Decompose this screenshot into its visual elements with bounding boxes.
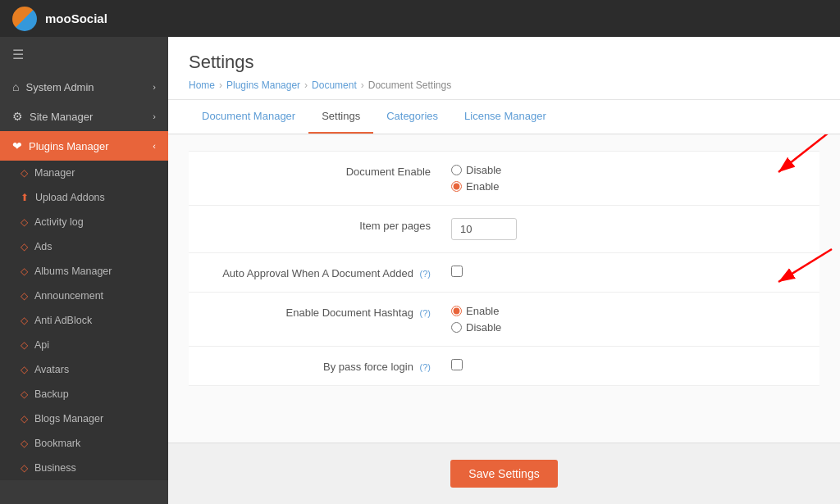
chevron-left-icon: ‹ <box>153 141 156 151</box>
help-icon-auto-approval[interactable]: (?) <box>420 269 431 279</box>
sidebar-sub-label-avatars: Avatars <box>34 364 69 375</box>
sidebar-sub-label-business: Business <box>34 462 76 474</box>
upload-icon: ⬆ <box>21 192 29 203</box>
sidebar-sub-label-announcement: Announcement <box>34 290 103 302</box>
radio-hashtag-enable[interactable]: Enable <box>451 305 819 317</box>
sidebar-sub-item-ads[interactable]: ◇ Ads <box>0 234 168 259</box>
sidebar-sub-item-avatars[interactable]: ◇ Avatars <box>0 357 168 382</box>
menu-toggle[interactable]: ☰ <box>0 37 168 72</box>
setting-label-enable-document-hashtag: Enable Document Hashtag (?) <box>189 305 451 319</box>
main-header: Settings Home › Plugins Manager › Docume… <box>168 37 840 100</box>
sidebar-sub-item-blogs-manager[interactable]: ◇ Blogs Manager <box>0 406 168 431</box>
save-area: Save Settings <box>168 443 840 504</box>
diamond-icon-3: ◇ <box>21 241 28 252</box>
sidebar-sub-label-api: Api <box>34 339 49 351</box>
logo-icon <box>12 7 37 31</box>
sidebar-sub-label-bookmark: Bookmark <box>34 438 80 449</box>
sidebar-sub-item-bookmark[interactable]: ◇ Bookmark <box>0 431 168 456</box>
help-icon-hashtag[interactable]: (?) <box>420 308 431 318</box>
heart-icon: ❤ <box>12 139 22 152</box>
breadcrumb-current: Document Settings <box>368 79 451 91</box>
breadcrumb-plugins-manager[interactable]: Plugins Manager <box>226 79 300 91</box>
sidebar-sub-label-activity-log: Activity log <box>34 216 84 228</box>
sidebar-sub-item-albums-manager[interactable]: ◇ Albums Manager <box>0 259 168 284</box>
save-settings-button[interactable]: Save Settings <box>450 460 557 488</box>
sidebar-sub-item-manager[interactable]: ◇ Manager <box>0 161 168 185</box>
sidebar-sub-items: ◇ Manager ⬆ Upload Addons ◇ Activity log… <box>0 161 168 480</box>
diamond-icon-2: ◇ <box>21 216 28 228</box>
setting-row-document-enable: Document Enable Disable Enable <box>189 151 819 206</box>
sidebar-label-system-admin: System Admin <box>25 81 94 93</box>
main-content: Settings Home › Plugins Manager › Docume… <box>168 37 840 504</box>
tab-license-manager[interactable]: License Manager <box>451 100 559 134</box>
diamond-icon-10: ◇ <box>21 413 28 425</box>
page-title: Settings <box>189 52 819 73</box>
diamond-icon-12: ◇ <box>21 462 28 474</box>
diamond-icon-6: ◇ <box>21 315 28 326</box>
svg-line-3 <box>778 249 832 282</box>
breadcrumb-home[interactable]: Home <box>189 79 215 91</box>
tab-settings[interactable]: Settings <box>308 100 373 134</box>
sidebar-sub-item-anti-adblock[interactable]: ◇ Anti AdBlock <box>0 308 168 333</box>
chevron-right-icon: › <box>153 82 156 92</box>
sidebar-sub-item-backup[interactable]: ◇ Backup <box>0 382 168 406</box>
tab-document-manager[interactable]: Document Manager <box>189 100 308 134</box>
setting-control-enable-document-hashtag: Enable Disable <box>451 305 819 334</box>
sidebar-sub-label-ads: Ads <box>34 241 52 252</box>
setting-label-document-enable: Document Enable <box>189 164 451 178</box>
layout: ☰ ⌂ System Admin › ⚙ Site Manager › ❤ Pl… <box>0 37 840 504</box>
sidebar-label-site-manager: Site Manager <box>30 111 93 123</box>
sidebar-sub-item-business[interactable]: ◇ Business <box>0 456 168 480</box>
sidebar: ☰ ⌂ System Admin › ⚙ Site Manager › ❤ Pl… <box>0 37 168 504</box>
setting-control-item-per-pages <box>451 218 819 240</box>
setting-row-bypass-force-login: By pass force login (?) <box>189 347 819 386</box>
sidebar-sub-label-blogs-manager: Blogs Manager <box>34 413 103 425</box>
annotation-arrow-2 <box>762 245 840 294</box>
radio-hashtag-disable[interactable]: Disable <box>451 321 819 334</box>
tab-categories[interactable]: Categories <box>373 100 451 134</box>
tabs: Document Manager Settings Categories Lic… <box>168 100 840 134</box>
diamond-icon-5: ◇ <box>21 290 28 302</box>
gear-icon: ⚙ <box>12 110 23 123</box>
logo-text: mooSocial <box>45 11 107 25</box>
sidebar-item-site-manager[interactable]: ⚙ Site Manager › <box>0 102 168 131</box>
setting-row-item-per-pages: Item per pages <box>189 206 819 253</box>
setting-label-item-per-pages: Item per pages <box>189 218 451 232</box>
annotation-arrow-1 <box>754 134 840 184</box>
diamond-icon-7: ◇ <box>21 339 28 351</box>
help-icon-bypass[interactable]: (?) <box>420 362 431 372</box>
sidebar-sub-label-manager: Manager <box>34 167 75 179</box>
checkbox-input-bypass-force-login[interactable] <box>451 359 463 370</box>
radio-input-enable[interactable] <box>451 181 462 192</box>
checkbox-bypass-force-login[interactable] <box>451 359 819 370</box>
sidebar-sub-label-albums-manager: Albums Manager <box>34 266 112 277</box>
breadcrumb-document[interactable]: Document <box>312 79 357 91</box>
radio-input-hashtag-disable[interactable] <box>451 322 462 333</box>
diamond-icon-9: ◇ <box>21 388 28 400</box>
diamond-icon-4: ◇ <box>21 266 28 277</box>
sidebar-label-plugins-manager: Plugins Manager <box>29 140 109 152</box>
setting-label-auto-approval: Auto Approval When A Document Added (?) <box>189 266 451 279</box>
home-icon: ⌂ <box>12 80 19 93</box>
radio-input-disable[interactable] <box>451 165 462 175</box>
sidebar-sub-item-announcement[interactable]: ◇ Announcement <box>0 284 168 308</box>
sidebar-sub-item-api[interactable]: ◇ Api <box>0 333 168 357</box>
diamond-icon-11: ◇ <box>21 438 28 449</box>
item-per-pages-input[interactable] <box>451 218 517 240</box>
diamond-icon-1: ◇ <box>21 167 28 179</box>
sidebar-sub-item-upload-addons[interactable]: ⬆ Upload Addons <box>0 185 168 210</box>
sidebar-sub-label-anti-adblock: Anti AdBlock <box>34 315 92 326</box>
checkbox-input-auto-approval[interactable] <box>451 266 463 277</box>
breadcrumb: Home › Plugins Manager › Document › Docu… <box>189 79 819 91</box>
hamburger-icon: ☰ <box>12 47 24 62</box>
setting-row-auto-approval: Auto Approval When A Document Added (?) <box>189 253 819 293</box>
sidebar-item-plugins-manager[interactable]: ❤ Plugins Manager ‹ <box>0 131 168 161</box>
chevron-right-icon-2: › <box>153 111 156 121</box>
sidebar-sub-item-activity-log[interactable]: ◇ Activity log <box>0 210 168 234</box>
setting-label-bypass-force-login: By pass force login (?) <box>189 359 451 373</box>
setting-control-bypass-force-login <box>451 359 819 370</box>
sidebar-item-system-admin[interactable]: ⌂ System Admin › <box>0 72 168 102</box>
topbar: mooSocial <box>0 0 840 37</box>
radio-input-hashtag-enable[interactable] <box>451 306 462 316</box>
diamond-icon-8: ◇ <box>21 364 28 375</box>
